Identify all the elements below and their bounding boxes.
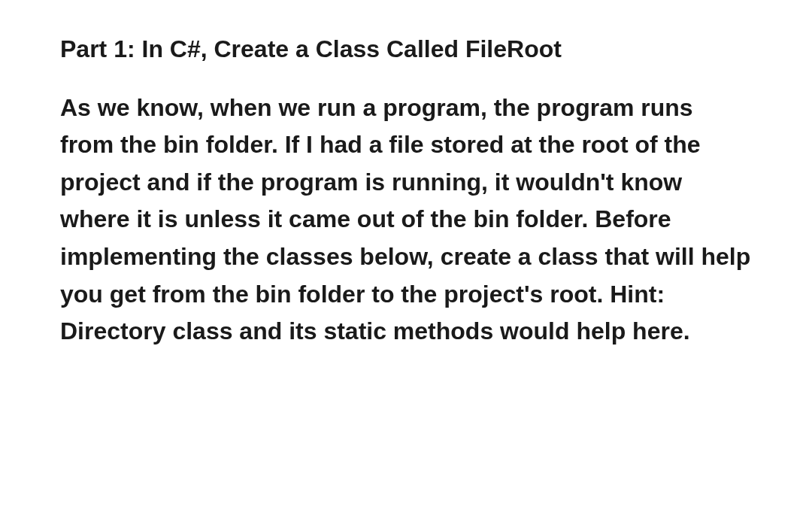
body-paragraph: As we know, when we run a program, the p… xyxy=(60,90,752,351)
part-title: Part 1: In C#, Create a Class Called Fil… xyxy=(60,34,752,65)
